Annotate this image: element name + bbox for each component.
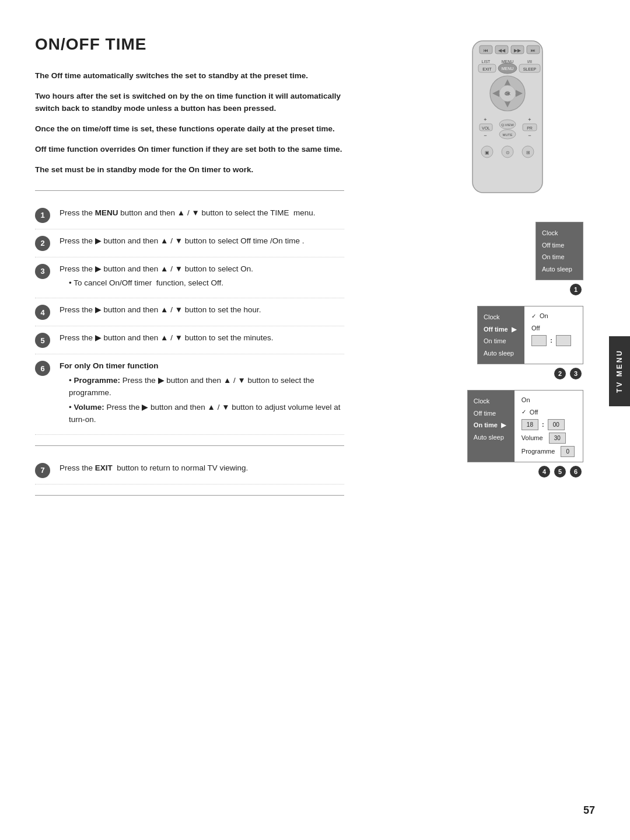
- svg-text:−: −: [484, 133, 487, 138]
- exit-bold: EXIT: [95, 463, 113, 472]
- step-content-5: Press the ▶ button and then ▲ / ▼ button…: [60, 332, 344, 344]
- menu-autosleep-2: Auto sleep: [484, 347, 516, 360]
- svg-text:◀◀: ◀◀: [498, 48, 506, 53]
- step-content-3: Press the ▶ button and then ▲ / ▼ button…: [60, 263, 344, 292]
- menu-autosleep-3: Auto sleep: [474, 431, 506, 444]
- svg-text:⊙: ⊙: [506, 150, 510, 155]
- svg-text:⊞: ⊞: [526, 150, 530, 155]
- menu-clock-2: Clock: [484, 311, 516, 323]
- step-7: 7 Press the EXIT button to return to nor…: [35, 456, 344, 485]
- option-off-3: Off: [522, 406, 575, 419]
- svg-text:⏮: ⏮: [484, 48, 488, 53]
- svg-text:▶▶: ▶▶: [514, 48, 522, 53]
- volume-bold: Volume:: [74, 403, 104, 412]
- menu-offtime-2: Off time ▶: [484, 323, 516, 336]
- step-content-2: Press the ▶ button and then ▲ / ▼ button…: [60, 235, 344, 248]
- menu-ontime-1: On time: [542, 251, 575, 263]
- step-6-header: For only On timer function: [60, 361, 159, 370]
- time-min-3: 00: [548, 419, 565, 430]
- step-circle-4: 4: [35, 305, 50, 320]
- step-circle-3: 3: [35, 264, 50, 279]
- menu-autosleep-1: Auto sleep: [542, 263, 575, 276]
- svg-text:MUTE: MUTE: [503, 133, 513, 137]
- tv-menu-label: TV MENU: [615, 349, 624, 393]
- screen-left-1: Clock Off time On time Auto sleep: [536, 222, 583, 280]
- screen-left-2: Clock Off time ▶ On time Auto sleep: [478, 306, 524, 364]
- step-circle-6: 6: [35, 361, 50, 376]
- option-on-3: On: [522, 394, 575, 406]
- volume-val: 30: [549, 433, 566, 444]
- menu-clock-3: Clock: [474, 395, 506, 407]
- remote-control-image: ⏮ ◀◀ ▶▶ ⏭ LIST MENU I/II EXIT SLEEP: [443, 35, 572, 198]
- option-time-blank: :: [531, 334, 575, 347]
- divider-top: [35, 190, 344, 191]
- step-content-6: For only On timer function • Programme: …: [60, 360, 344, 428]
- badge-row-1: 1: [570, 284, 583, 295]
- programme-val: 0: [561, 446, 575, 457]
- option-volume-3: Volume 30: [522, 431, 575, 445]
- step-5: 5 Press the ▶ button and then ▲ / ▼ butt…: [35, 326, 344, 354]
- menu-offtime-3: Off time: [474, 407, 506, 420]
- step-4: 4 Press the ▶ button and then ▲ / ▼ butt…: [35, 298, 344, 326]
- svg-text:EXIT: EXIT: [482, 67, 492, 71]
- badge-6: 6: [570, 466, 582, 477]
- steps-section: 1 Press the MENU button and then ▲ / ▼ b…: [35, 201, 344, 496]
- time-min-blank: [556, 335, 571, 346]
- divider-mid: [35, 445, 344, 446]
- step-content-7: Press the EXIT button to return to norma…: [60, 462, 344, 475]
- screen-box-1: Clock Off time On time Auto sleep: [536, 222, 583, 280]
- time-hour-blank: [531, 335, 547, 346]
- time-hour-3: 18: [522, 419, 538, 430]
- screen-diagrams: Clock Off time On time Auto sleep 1 Cloc…: [467, 222, 583, 488]
- svg-text:▣: ▣: [485, 150, 489, 155]
- option-time-3: 18 : 00: [522, 418, 575, 431]
- menu-bold: MENU: [95, 208, 118, 217]
- svg-text:SLEEP: SLEEP: [523, 67, 537, 71]
- svg-text:PR: PR: [527, 126, 533, 130]
- badge-5: 5: [554, 466, 566, 477]
- svg-text:MENU: MENU: [502, 67, 514, 71]
- step-1: 1 Press the MENU button and then ▲ / ▼ b…: [35, 201, 344, 229]
- page-title: ON/OFF TIME: [35, 35, 344, 54]
- screen-left-3: Clock Off time On time ▶ Auto sleep: [468, 391, 514, 462]
- screen-diagram-3: Clock Off time On time ▶ Auto sleep On O…: [467, 390, 583, 477]
- step-6-programme: • Programme: Press the ▶ button and then…: [69, 375, 344, 399]
- intro-para-1: The Off time automatically switches the …: [35, 70, 344, 82]
- step-content-1: Press the MENU button and then ▲ / ▼ but…: [60, 207, 344, 219]
- intro-para-4: Off time function overrides On timer fun…: [35, 144, 344, 156]
- programme-bold: Programme:: [74, 376, 120, 385]
- step-circle-7: 7: [35, 463, 50, 478]
- svg-text:I/II: I/II: [527, 60, 532, 64]
- svg-text:OK: OK: [505, 92, 510, 96]
- step-circle-5: 5: [35, 333, 50, 348]
- tv-menu-sidebar: TV MENU: [609, 336, 630, 406]
- step-circle-1: 1: [35, 208, 50, 223]
- screen-right-2: On Off :: [524, 306, 583, 364]
- intro-para-2: Two hours after the set is switched on b…: [35, 90, 344, 115]
- remote-area: ⏮ ◀◀ ▶▶ ⏭ LIST MENU I/II EXIT SLEEP: [432, 35, 583, 198]
- menu-offtime-1: Off time: [542, 239, 575, 252]
- step-6: 6 For only On timer function • Programme…: [35, 354, 344, 435]
- step-3-sub-text: • To cancel On/Off timer function, selec…: [69, 277, 344, 290]
- option-programme-3: Programme 0: [522, 445, 575, 458]
- badge-row-3: 4 5 6: [538, 466, 583, 477]
- screen-box-3: Clock Off time On time ▶ Auto sleep On O…: [467, 390, 583, 462]
- screen-box-2: Clock Off time ▶ On time Auto sleep On O…: [477, 306, 583, 364]
- badge-4: 4: [538, 466, 550, 477]
- intro-section: The Off time automatically switches the …: [35, 70, 344, 176]
- badge-3: 3: [570, 368, 582, 379]
- step-6-subs: • Programme: Press the ▶ button and then…: [60, 375, 344, 426]
- svg-text:Q.VIEW: Q.VIEW: [501, 123, 514, 127]
- step-3-sub: • To cancel On/Off timer function, selec…: [60, 277, 344, 290]
- step-content-4: Press the ▶ button and then ▲ / ▼ button…: [60, 304, 344, 316]
- right-column: ⏮ ◀◀ ▶▶ ⏭ LIST MENU I/II EXIT SLEEP: [362, 35, 583, 805]
- intro-para-3: Once the on time/off time is set, these …: [35, 123, 344, 135]
- svg-text:⏭: ⏭: [531, 48, 536, 53]
- time-sep-1: :: [550, 336, 552, 346]
- menu-ontime-2: On time: [484, 335, 516, 347]
- svg-text:LIST: LIST: [482, 60, 491, 64]
- option-off: Off: [531, 322, 575, 334]
- time-sep-3: :: [542, 420, 544, 430]
- badge-row-2: 2 3: [554, 368, 583, 379]
- svg-text:VOL: VOL: [482, 126, 490, 130]
